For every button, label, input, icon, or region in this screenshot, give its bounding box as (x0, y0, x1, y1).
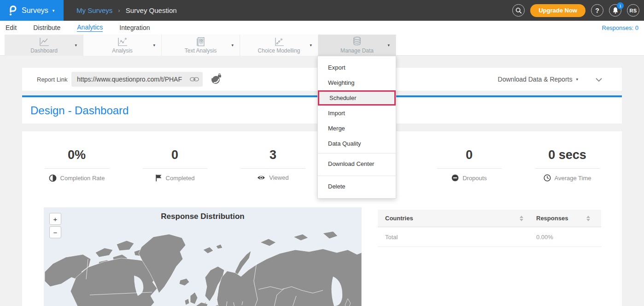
download-data-reports-label: Download Data & Reports (498, 76, 573, 83)
user-avatar[interactable]: RS (627, 4, 639, 17)
tab-label: Choice Modelling (258, 47, 300, 54)
document-icon (196, 37, 206, 47)
map-zoom-out-button[interactable]: − (49, 226, 61, 238)
report-link-input[interactable] (71, 76, 190, 83)
collapse-panel-toggle[interactable] (595, 76, 603, 84)
help-icon: ? (595, 7, 599, 14)
download-data-reports-dropdown[interactable]: Download Data & Reports ▾ (498, 68, 578, 91)
menu-item-delete[interactable]: Delete (318, 177, 396, 196)
chevron-down-icon[interactable]: ▾ (387, 43, 390, 47)
globe-lock-icon (210, 73, 222, 85)
stat-viewed: 3 Viewed (224, 148, 322, 182)
chevron-down-icon: ▾ (53, 8, 55, 13)
link-icon[interactable] (190, 76, 199, 82)
row-country-total: Total (385, 234, 398, 241)
tab-text-analysis[interactable]: Text Analysis ▾ (161, 35, 240, 56)
tab-label: Analysis (112, 47, 133, 54)
row-responses-value: 0.00% (536, 234, 553, 241)
menu-item-weighting[interactable]: Weighting (318, 75, 396, 90)
breadcrumb: My Surveys › Survey Question (76, 0, 177, 21)
chevron-down-icon[interactable]: ▾ (75, 43, 77, 47)
stat-value: 0 (126, 148, 224, 162)
upgrade-now-button[interactable]: Upgrade Now (530, 4, 585, 17)
questionpro-logo-icon (7, 5, 18, 16)
breadcrumb-my-surveys[interactable]: My Surveys (76, 6, 112, 14)
stat-value: 3 (224, 148, 322, 162)
menu-item-export[interactable]: Export (318, 60, 396, 75)
menu-item-scheduler[interactable]: Scheduler (318, 90, 396, 106)
countries-table: Countries Responses Total 0.00% (378, 210, 601, 247)
table-header: Countries Responses (378, 210, 601, 227)
table-row: Total 0.00% (378, 227, 601, 247)
notifications-button[interactable]: 1 (609, 4, 621, 17)
tab-label: Text Analysis (185, 47, 217, 54)
scatter-chart-icon (274, 37, 285, 47)
surveys-product-switcher[interactable]: Surveys ▾ (0, 0, 64, 21)
stat-label-text: Viewed (269, 174, 288, 181)
stat-dropouts: 0 Dropouts (420, 148, 518, 182)
line-chart-icon (39, 37, 50, 47)
top-header: Surveys ▾ My Surveys › Survey Question U… (0, 0, 644, 21)
sort-icon[interactable] (520, 216, 523, 221)
map-title: Response Distribution (44, 212, 362, 221)
eye-icon (257, 175, 265, 181)
questionpro-dashboard: Surveys ▾ My Surveys › Survey Question U… (0, 0, 644, 306)
stat-divider (437, 168, 502, 169)
tab-manage-data[interactable]: Manage Data ▾ (318, 35, 396, 56)
minus-circle-icon (451, 174, 459, 182)
page-title: Design - Dashboard (30, 104, 129, 117)
report-link-field (71, 72, 203, 87)
map-zoom-controls: + − (49, 213, 61, 238)
nav-item-integration[interactable]: Integration (119, 24, 150, 32)
responses-count: Responses: 0 (602, 21, 639, 35)
search-button[interactable] (512, 4, 525, 17)
stat-completed: 0 Completed (126, 148, 224, 182)
tab-dashboard[interactable]: Dashboard ▾ (5, 35, 83, 56)
world-map-graphic (44, 207, 362, 306)
search-icon (515, 7, 522, 14)
menu-item-download-center[interactable]: Download Center (318, 154, 396, 174)
chevron-down-icon[interactable]: ▾ (231, 43, 234, 47)
column-responses: Responses (536, 215, 568, 222)
stat-divider (241, 168, 305, 169)
stat-label-text: Completion Rate (60, 175, 105, 182)
map-zoom-in-button[interactable]: + (49, 213, 61, 225)
stat-value: 0 secs (518, 148, 616, 162)
stat-label-text: Average Time (555, 175, 591, 182)
stat-value: 0% (28, 148, 126, 162)
analysis-chart-icon (117, 37, 128, 47)
tab-label: Manage Data (340, 47, 374, 54)
database-icon (351, 36, 363, 47)
contrast-icon (49, 174, 57, 182)
tab-choice-modelling[interactable]: Choice Modelling ▾ (240, 35, 318, 56)
sort-icon[interactable] (586, 216, 590, 221)
clock-icon (544, 174, 551, 182)
chevron-down-icon[interactable]: ▾ (153, 43, 155, 47)
menu-item-data-quality[interactable]: Data Quality (318, 136, 396, 151)
avatar-initials: RS (630, 8, 637, 13)
stat-label-text: Completed (166, 175, 195, 182)
tab-label: Dashboard (30, 47, 58, 54)
report-visibility-toggle[interactable] (210, 73, 222, 85)
manage-data-menu: Export Weighting Scheduler Import Merge … (317, 56, 396, 199)
breadcrumb-current: Survey Question (126, 6, 177, 14)
column-countries: Countries (385, 215, 413, 222)
stat-completion-rate: 0% Completion Rate (28, 148, 126, 182)
stat-divider (535, 168, 600, 169)
chevron-down-icon: ▾ (576, 77, 578, 82)
chevron-down-icon (595, 77, 603, 82)
nav-item-distribute[interactable]: Distribute (33, 24, 60, 32)
chevron-down-icon[interactable]: ▾ (310, 43, 312, 47)
response-distribution-map[interactable]: Response Distribution + − (44, 207, 362, 306)
analytics-toolbar: Dashboard ▾ Analysis ▾ (0, 35, 644, 56)
menu-item-merge[interactable]: Merge (318, 121, 396, 136)
help-button[interactable]: ? (591, 4, 603, 17)
section-nav: Edit Distribute Analytics Integration Re… (0, 21, 644, 35)
stat-label-text: Dropouts (463, 175, 487, 182)
report-link-label: Report Link (37, 68, 67, 91)
tab-analysis[interactable]: Analysis ▾ (83, 35, 161, 56)
nav-item-edit[interactable]: Edit (6, 24, 17, 32)
nav-item-analytics[interactable]: Analytics (77, 24, 103, 32)
menu-item-import[interactable]: Import (318, 106, 396, 121)
stat-divider (143, 168, 207, 169)
